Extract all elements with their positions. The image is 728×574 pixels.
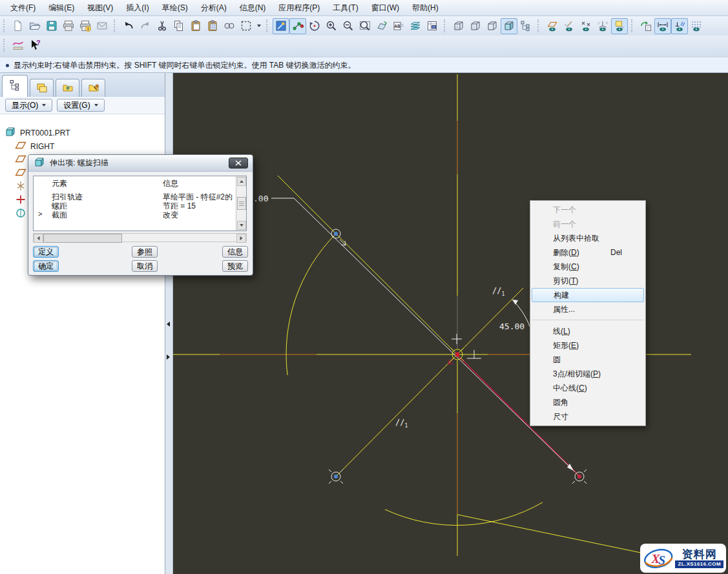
new-file-button[interactable] [10, 18, 26, 34]
wireframe-cube-button[interactable] [450, 18, 467, 34]
menu-tools[interactable]: 工具(T) [326, 0, 364, 16]
undo-button[interactable] [120, 18, 137, 34]
preview-button[interactable]: 预览 [222, 260, 248, 272]
plane-display-button[interactable] [544, 18, 561, 34]
paste-special-button[interactable] [204, 18, 221, 34]
open-file-button[interactable] [26, 18, 43, 34]
print-button[interactable] [60, 18, 77, 34]
define-button[interactable]: 定义 [33, 246, 59, 258]
hidden-line-cube-button[interactable] [467, 18, 484, 34]
context-menu-item-13[interactable]: 3点/相切端(P) [530, 367, 645, 381]
context-menu-item-3[interactable]: 从列表中拾取 [530, 231, 645, 245]
select-box-button[interactable] [238, 18, 255, 34]
save-file-button[interactable] [43, 18, 60, 34]
menu-file[interactable]: 文件(F) [4, 0, 42, 16]
cancel-button[interactable]: 取消 [132, 260, 158, 272]
scroll-left-button[interactable] [34, 234, 43, 243]
menu-sketch[interactable]: 草绘(S) [156, 0, 194, 16]
zoom-refit-button[interactable] [357, 18, 373, 34]
model-notes-button[interactable] [638, 18, 654, 34]
context-menu-item-8[interactable]: 属性... [530, 302, 645, 316]
find-button[interactable] [221, 18, 238, 34]
tree-item-prt0001-prt[interactable]: PRT0001.PRT [0, 126, 165, 139]
expand-panel-button[interactable] [167, 354, 172, 360]
cut-button[interactable] [154, 18, 171, 34]
scroll-down-button[interactable] [237, 221, 246, 230]
no-hidden-cube-button[interactable] [484, 18, 501, 34]
point-display-button[interactable] [577, 18, 594, 34]
context-menu-item-1[interactable]: 下一个 [530, 203, 645, 217]
zoom-out-button[interactable] [340, 18, 357, 34]
constraint-display-button[interactable] [671, 18, 688, 34]
menu-info[interactable]: 信息(N) [233, 0, 273, 16]
context-help-button[interactable]: ? [26, 37, 43, 53]
dialog-title-bar[interactable]: 伸出项: 螺旋扫描 [28, 155, 253, 172]
sketch-orient-button[interactable] [273, 18, 289, 34]
navigator-tab-2[interactable] [30, 79, 54, 97]
spin-center-button[interactable] [306, 18, 323, 34]
datum-refs-button[interactable] [289, 18, 306, 34]
table-vertical-scrollbar[interactable] [236, 176, 246, 231]
context-menu-item-7[interactable]: 构建 [532, 288, 644, 302]
info-button[interactable]: 信息 [222, 246, 248, 258]
sketcher-tool-button[interactable] [10, 37, 26, 53]
named-views-button[interactable]: AB [390, 18, 407, 34]
context-menu-item-10[interactable]: 线(L) [530, 324, 645, 338]
partial-dimension-label[interactable]: .00 [253, 194, 268, 203]
navigator-tab-3[interactable] [56, 79, 79, 97]
scroll-right-button[interactable] [236, 234, 246, 243]
send-mail-button[interactable] [94, 18, 110, 34]
element-table[interactable]: 元素 信息 扫引轨迹草绘平面 - 特征#2的螺距节距 = 15>截面改变 [33, 176, 247, 231]
menu-edit[interactable]: 编辑(E) [42, 0, 81, 16]
menu-analysis[interactable]: 分析(A) [194, 0, 233, 16]
dim-display-button[interactable] [654, 18, 671, 34]
tree-item-right[interactable]: RIGHT [0, 139, 165, 153]
panel-splitter[interactable] [165, 73, 173, 574]
context-menu-item-5[interactable]: 复制(C) [530, 260, 645, 274]
grid-display-button[interactable] [688, 18, 705, 34]
scrollbar-thumb[interactable] [43, 234, 122, 243]
ok-button[interactable]: 确定 [33, 260, 59, 272]
select-box-dropdown-button[interactable] [255, 18, 263, 34]
view-reorient-button[interactable] [373, 18, 390, 34]
context-menu-item-15[interactable]: 圆角 [530, 395, 645, 409]
context-menu-item-4[interactable]: 删除(D)Del [530, 245, 645, 260]
axis-display-button[interactable]: x [561, 18, 577, 34]
model-tree-toggle-button[interactable] [517, 18, 534, 34]
navigator-tab-4[interactable] [81, 79, 105, 97]
collapse-panel-button[interactable] [167, 321, 172, 327]
angle-dimension-label[interactable]: 45.00 [499, 322, 525, 331]
annotation-display-button[interactable] [611, 18, 628, 34]
context-menu-item-14[interactable]: 中心线(C) [530, 381, 645, 395]
navigator-tab-1[interactable] [2, 75, 28, 97]
table-horizontal-scrollbar[interactable] [33, 233, 247, 242]
menu-applications[interactable]: 应用程序(P) [272, 0, 326, 16]
context-menu-item-12[interactable]: 圆 [530, 353, 645, 367]
sketch-dimensions[interactable]: .00 45.00 [253, 194, 574, 471]
layers-button[interactable] [407, 18, 424, 34]
references-button[interactable]: 参照 [132, 246, 158, 258]
scroll-up-button[interactable] [237, 177, 246, 186]
settings-dropdown-button[interactable]: 设置(G) [57, 99, 104, 112]
view-manager-button[interactable] [424, 18, 441, 34]
context-menu-item-16[interactable]: 尺寸 [530, 409, 645, 424]
menu-window[interactable]: 窗口(W) [365, 0, 406, 16]
show-dropdown-button[interactable]: 显示(O) [5, 99, 52, 112]
element-cell[interactable]: 截面 [52, 210, 67, 221]
context-menu-item-11[interactable]: 矩形(E) [530, 338, 645, 353]
csys-display-button[interactable]: yz [594, 18, 611, 34]
copy-button[interactable] [171, 18, 187, 34]
print-preview-button[interactable]: i [77, 18, 94, 34]
paste-button[interactable] [187, 18, 204, 34]
redo-button[interactable] [137, 18, 154, 34]
menu-view[interactable]: 视图(V) [81, 0, 120, 16]
menu-insert[interactable]: 插入(I) [120, 0, 155, 16]
context-menu-item-2[interactable]: 前一个 [530, 217, 645, 231]
zoom-in-button[interactable] [323, 18, 340, 34]
info-cell[interactable]: 改变 [163, 210, 178, 221]
scrollbar-thumb[interactable] [237, 197, 246, 210]
shaded-cube-button[interactable] [501, 18, 517, 34]
menu-help[interactable]: 帮助(H) [406, 0, 445, 16]
context-menu-item-6[interactable]: 剪切(T) [530, 274, 645, 288]
close-button[interactable] [229, 158, 248, 169]
